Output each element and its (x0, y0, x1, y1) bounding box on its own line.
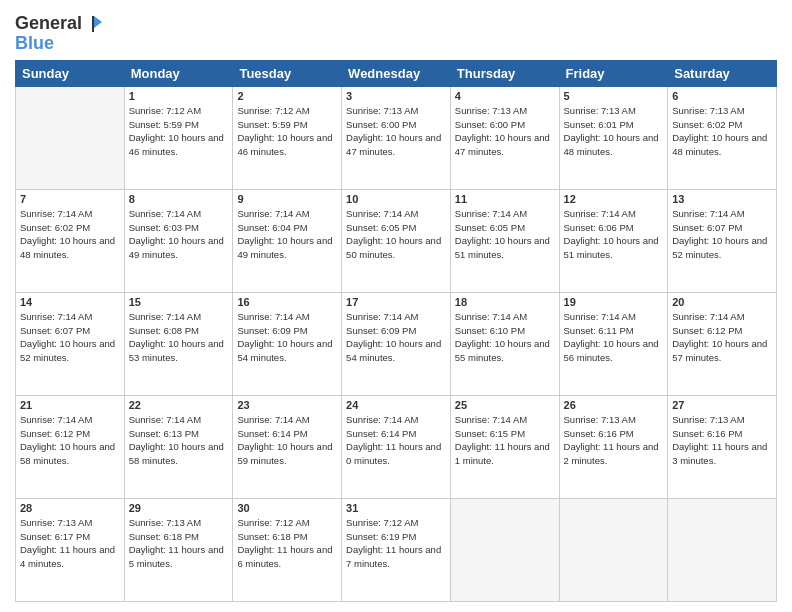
day-info: Sunrise: 7:13 AM Sunset: 6:17 PM Dayligh… (20, 516, 120, 571)
sunset-label: Sunset: 5:59 PM (237, 119, 307, 130)
sunset-label: Sunset: 6:01 PM (564, 119, 634, 130)
daylight-label: Daylight: 11 hours and 6 minutes. (237, 544, 332, 569)
day-number: 18 (455, 296, 555, 308)
calendar-cell: 10 Sunrise: 7:14 AM Sunset: 6:05 PM Dayl… (342, 189, 451, 292)
daylight-label: Daylight: 10 hours and 56 minutes. (564, 338, 659, 363)
sunset-label: Sunset: 6:14 PM (237, 428, 307, 439)
sunrise-label: Sunrise: 7:14 AM (455, 208, 527, 219)
sunset-label: Sunset: 6:15 PM (455, 428, 525, 439)
day-info: Sunrise: 7:14 AM Sunset: 6:12 PM Dayligh… (20, 413, 120, 468)
page: General Blue SundayMondayTuesdayWednesda… (0, 0, 792, 612)
day-number: 2 (237, 90, 337, 102)
sunrise-label: Sunrise: 7:12 AM (237, 517, 309, 528)
sunrise-label: Sunrise: 7:13 AM (20, 517, 92, 528)
daylight-label: Daylight: 11 hours and 7 minutes. (346, 544, 441, 569)
logo: General Blue (15, 14, 104, 54)
day-info: Sunrise: 7:14 AM Sunset: 6:10 PM Dayligh… (455, 310, 555, 365)
day-info: Sunrise: 7:13 AM Sunset: 6:02 PM Dayligh… (672, 104, 772, 159)
daylight-label: Daylight: 11 hours and 0 minutes. (346, 441, 441, 466)
sunrise-label: Sunrise: 7:13 AM (564, 105, 636, 116)
logo-blue: Blue (15, 33, 54, 53)
calendar-cell: 16 Sunrise: 7:14 AM Sunset: 6:09 PM Dayl… (233, 292, 342, 395)
daylight-label: Daylight: 11 hours and 4 minutes. (20, 544, 115, 569)
sunrise-label: Sunrise: 7:12 AM (129, 105, 201, 116)
calendar-cell: 11 Sunrise: 7:14 AM Sunset: 6:05 PM Dayl… (450, 189, 559, 292)
day-number: 24 (346, 399, 446, 411)
calendar-week-row: 1 Sunrise: 7:12 AM Sunset: 5:59 PM Dayli… (16, 86, 777, 189)
sunset-label: Sunset: 6:10 PM (455, 325, 525, 336)
day-number: 14 (20, 296, 120, 308)
sunrise-label: Sunrise: 7:14 AM (346, 414, 418, 425)
sunrise-label: Sunrise: 7:12 AM (237, 105, 309, 116)
daylight-label: Daylight: 10 hours and 53 minutes. (129, 338, 224, 363)
daylight-label: Daylight: 10 hours and 55 minutes. (455, 338, 550, 363)
calendar-cell: 23 Sunrise: 7:14 AM Sunset: 6:14 PM Dayl… (233, 395, 342, 498)
day-number: 7 (20, 193, 120, 205)
sunset-label: Sunset: 6:04 PM (237, 222, 307, 233)
sunset-label: Sunset: 6:03 PM (129, 222, 199, 233)
day-number: 13 (672, 193, 772, 205)
sunset-label: Sunset: 6:02 PM (672, 119, 742, 130)
sunrise-label: Sunrise: 7:14 AM (20, 208, 92, 219)
sunrise-label: Sunrise: 7:14 AM (455, 414, 527, 425)
sunrise-label: Sunrise: 7:13 AM (672, 414, 744, 425)
sunset-label: Sunset: 6:12 PM (20, 428, 90, 439)
sunrise-label: Sunrise: 7:14 AM (20, 311, 92, 322)
day-info: Sunrise: 7:14 AM Sunset: 6:02 PM Dayligh… (20, 207, 120, 262)
daylight-label: Daylight: 10 hours and 52 minutes. (672, 235, 767, 260)
day-info: Sunrise: 7:14 AM Sunset: 6:13 PM Dayligh… (129, 413, 229, 468)
daylight-label: Daylight: 10 hours and 51 minutes. (455, 235, 550, 260)
sunrise-label: Sunrise: 7:13 AM (672, 105, 744, 116)
day-number: 10 (346, 193, 446, 205)
sunset-label: Sunset: 5:59 PM (129, 119, 199, 130)
day-number: 21 (20, 399, 120, 411)
sunrise-label: Sunrise: 7:14 AM (237, 208, 309, 219)
day-number: 5 (564, 90, 664, 102)
daylight-label: Daylight: 11 hours and 2 minutes. (564, 441, 659, 466)
day-info: Sunrise: 7:14 AM Sunset: 6:08 PM Dayligh… (129, 310, 229, 365)
day-number: 3 (346, 90, 446, 102)
daylight-label: Daylight: 10 hours and 52 minutes. (20, 338, 115, 363)
sunrise-label: Sunrise: 7:14 AM (129, 208, 201, 219)
day-info: Sunrise: 7:14 AM Sunset: 6:14 PM Dayligh… (237, 413, 337, 468)
calendar-cell: 19 Sunrise: 7:14 AM Sunset: 6:11 PM Dayl… (559, 292, 668, 395)
logo-flag-icon (84, 14, 104, 34)
sunset-label: Sunset: 6:08 PM (129, 325, 199, 336)
daylight-label: Daylight: 10 hours and 48 minutes. (672, 132, 767, 157)
daylight-label: Daylight: 10 hours and 58 minutes. (129, 441, 224, 466)
calendar-week-row: 14 Sunrise: 7:14 AM Sunset: 6:07 PM Dayl… (16, 292, 777, 395)
calendar-cell: 22 Sunrise: 7:14 AM Sunset: 6:13 PM Dayl… (124, 395, 233, 498)
calendar-cell (450, 498, 559, 601)
calendar-cell: 14 Sunrise: 7:14 AM Sunset: 6:07 PM Dayl… (16, 292, 125, 395)
sunset-label: Sunset: 6:16 PM (564, 428, 634, 439)
day-info: Sunrise: 7:14 AM Sunset: 6:07 PM Dayligh… (20, 310, 120, 365)
day-number: 25 (455, 399, 555, 411)
calendar-cell: 7 Sunrise: 7:14 AM Sunset: 6:02 PM Dayli… (16, 189, 125, 292)
calendar-cell: 30 Sunrise: 7:12 AM Sunset: 6:18 PM Dayl… (233, 498, 342, 601)
daylight-label: Daylight: 10 hours and 46 minutes. (237, 132, 332, 157)
day-number: 19 (564, 296, 664, 308)
day-info: Sunrise: 7:13 AM Sunset: 6:00 PM Dayligh… (346, 104, 446, 159)
weekday-header: Saturday (668, 60, 777, 86)
daylight-label: Daylight: 10 hours and 47 minutes. (455, 132, 550, 157)
day-info: Sunrise: 7:12 AM Sunset: 6:18 PM Dayligh… (237, 516, 337, 571)
daylight-label: Daylight: 10 hours and 46 minutes. (129, 132, 224, 157)
sunset-label: Sunset: 6:09 PM (237, 325, 307, 336)
sunrise-label: Sunrise: 7:13 AM (455, 105, 527, 116)
calendar-week-row: 21 Sunrise: 7:14 AM Sunset: 6:12 PM Dayl… (16, 395, 777, 498)
sunset-label: Sunset: 6:09 PM (346, 325, 416, 336)
day-number: 20 (672, 296, 772, 308)
calendar-cell: 26 Sunrise: 7:13 AM Sunset: 6:16 PM Dayl… (559, 395, 668, 498)
day-info: Sunrise: 7:14 AM Sunset: 6:06 PM Dayligh… (564, 207, 664, 262)
calendar-cell: 1 Sunrise: 7:12 AM Sunset: 5:59 PM Dayli… (124, 86, 233, 189)
daylight-label: Daylight: 10 hours and 59 minutes. (237, 441, 332, 466)
day-number: 11 (455, 193, 555, 205)
day-info: Sunrise: 7:13 AM Sunset: 6:00 PM Dayligh… (455, 104, 555, 159)
daylight-label: Daylight: 11 hours and 5 minutes. (129, 544, 224, 569)
calendar-cell: 25 Sunrise: 7:14 AM Sunset: 6:15 PM Dayl… (450, 395, 559, 498)
day-info: Sunrise: 7:14 AM Sunset: 6:05 PM Dayligh… (346, 207, 446, 262)
day-number: 15 (129, 296, 229, 308)
day-number: 27 (672, 399, 772, 411)
sunset-label: Sunset: 6:14 PM (346, 428, 416, 439)
sunset-label: Sunset: 6:11 PM (564, 325, 634, 336)
